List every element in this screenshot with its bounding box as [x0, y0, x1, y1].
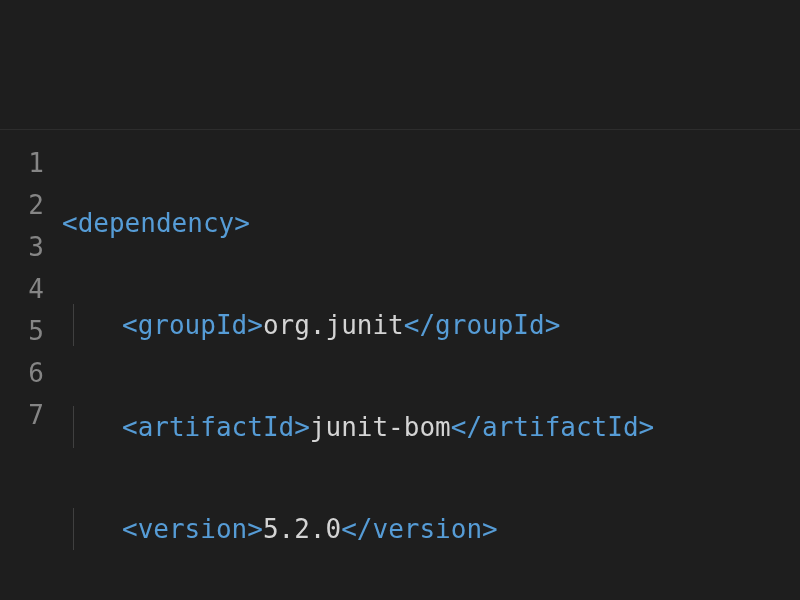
code-editor[interactable]: 1 2 3 4 5 6 7 <dependency> <groupId>org.… — [0, 130, 800, 600]
line-number-gutter: 1 2 3 4 5 6 7 — [0, 130, 62, 600]
xml-tag: <dependency> — [62, 208, 250, 238]
code-line[interactable]: <artifactId>junit-bom</artifactId> — [62, 406, 800, 448]
indent-guide — [73, 304, 74, 346]
line-number: 7 — [0, 394, 44, 436]
line-number: 2 — [0, 184, 44, 226]
xml-tag: <groupId> — [122, 310, 263, 340]
xml-tag: <version> — [122, 514, 263, 544]
code-line[interactable]: <groupId>org.junit</groupId> — [62, 304, 800, 346]
line-number: 1 — [0, 142, 44, 184]
line-number: 3 — [0, 226, 44, 268]
xml-text: 5.2.0 — [263, 514, 341, 544]
code-content[interactable]: <dependency> <groupId>org.junit</groupId… — [62, 130, 800, 600]
editor-top-spacer — [0, 0, 800, 130]
indent-guide — [73, 508, 74, 550]
code-line[interactable]: <dependency> — [62, 202, 800, 244]
line-number: 4 — [0, 268, 44, 310]
xml-text: org.junit — [263, 310, 404, 340]
xml-tag: </groupId> — [404, 310, 561, 340]
xml-text: junit-bom — [310, 412, 451, 442]
xml-tag: </version> — [341, 514, 498, 544]
line-number: 5 — [0, 310, 44, 352]
xml-tag: <artifactId> — [122, 412, 310, 442]
code-line[interactable]: <version>5.2.0</version> — [62, 508, 800, 550]
line-number: 6 — [0, 352, 44, 394]
indent-guide — [73, 406, 74, 448]
xml-tag: </artifactId> — [451, 412, 655, 442]
